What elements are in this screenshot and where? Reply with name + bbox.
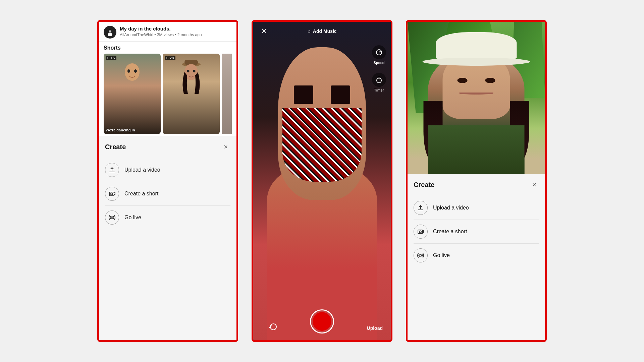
shorts-heading: Shorts: [104, 45, 232, 51]
svg-rect-2: [109, 31, 110, 32]
go-live-label-phone3: Go live: [433, 252, 450, 258]
upload-video-option[interactable]: Upload a video: [105, 158, 230, 182]
camera-bottom-bar: Upload: [253, 309, 391, 334]
short-thumb-1[interactable]: 0:15 We're dancing in: [104, 54, 161, 134]
record-inner-circle: [313, 312, 331, 331]
close-button[interactable]: ×: [221, 142, 230, 152]
camera-background: [253, 22, 391, 340]
upload-video-label: Upload a video: [124, 167, 160, 173]
camera-top-bar: ✕ ♫ Add Music: [253, 22, 391, 39]
upload-icon-circle-phone3: [414, 201, 428, 215]
add-music-button[interactable]: ♫ Add Music: [307, 28, 336, 34]
short2-duration: 0:28: [165, 56, 175, 60]
person-outdoor: [428, 52, 525, 174]
short1-caption: We're dancing in: [106, 128, 159, 132]
phone3-frame: Create × Upload a video Create a short: [406, 20, 547, 342]
short1-duration: 0:15: [106, 56, 116, 60]
svg-point-11: [187, 70, 190, 72]
svg-point-7: [134, 69, 137, 73]
timer-icon-circle: [372, 73, 386, 87]
go-live-option-phone3[interactable]: Go live: [414, 243, 539, 267]
music-icon: ♫: [307, 28, 311, 34]
camera-icon-circle-phone3: [414, 225, 428, 239]
create-sheet-phone3: Create × Upload a video Create a short: [408, 174, 545, 340]
add-music-label: Add Music: [313, 28, 337, 34]
camera-right-controls: Speed Timer: [372, 45, 386, 92]
channel-avatar: [104, 26, 116, 39]
phone1-frame: My day in the clouds. AllAroundTheWhirl …: [97, 20, 238, 342]
speed-label: Speed: [373, 61, 384, 65]
left-eye: [294, 85, 313, 104]
create-short-label: Create a short: [124, 191, 158, 197]
timer-control[interactable]: Timer: [372, 73, 386, 92]
svg-point-6: [127, 69, 130, 73]
camera-icon-circle: [105, 187, 119, 201]
record-button[interactable]: [310, 309, 334, 334]
create-sheet: Create × Upload a video Create a short: [99, 136, 236, 340]
shirt: [428, 125, 525, 174]
upload-camera-button[interactable]: Upload: [367, 325, 383, 331]
live-icon-circle: [105, 210, 119, 225]
create-sheet-header-phone3: Create ×: [414, 180, 539, 189]
create-title-phone3: Create: [414, 181, 434, 189]
create-sheet-header: Create ×: [105, 142, 230, 152]
live-icon-circle-phone3: [414, 248, 428, 262]
create-short-option-phone3[interactable]: Create a short: [414, 220, 539, 243]
outdoor-smile: [460, 93, 493, 95]
create-title: Create: [105, 143, 126, 151]
person-face: [278, 47, 366, 200]
svg-point-14: [111, 193, 113, 195]
person-outdoor-face: [443, 52, 510, 119]
outdoor-background: [408, 22, 545, 174]
video-text-block: My day in the clouds. AllAroundTheWhirl …: [120, 26, 232, 37]
shorts-grid: 0:15 We're dancing in: [104, 54, 232, 134]
outdoor-video: [408, 22, 545, 174]
video-info-section: My day in the clouds. AllAroundTheWhirl …: [99, 22, 236, 42]
timer-label: Timer: [374, 88, 384, 92]
face-mask: [282, 108, 362, 182]
hat-brim: [422, 58, 530, 66]
speed-icon-circle: [372, 45, 386, 59]
go-live-option[interactable]: Go live: [105, 205, 230, 229]
create-short-option[interactable]: Create a short: [105, 182, 230, 205]
video-info-row: My day in the clouds. AllAroundTheWhirl …: [104, 26, 232, 39]
hat-top: [436, 32, 517, 59]
upload-video-label-phone3: Upload a video: [433, 205, 469, 211]
svg-point-20: [420, 255, 422, 256]
camera-close-button[interactable]: ✕: [259, 26, 269, 37]
video-meta: AllAroundTheWhirl • 3M views • 2 months …: [120, 33, 232, 37]
speed-control[interactable]: Speed: [372, 45, 386, 65]
phone2-frame: ✕ ♫ Add Music Speed: [252, 20, 392, 342]
svg-point-1: [108, 33, 112, 36]
svg-rect-3: [110, 31, 112, 32]
short-thumb-2[interactable]: 0:28: [163, 54, 220, 134]
outdoor-right-eye: [485, 78, 495, 83]
flip-camera-button[interactable]: [267, 320, 280, 334]
svg-point-12: [193, 70, 196, 72]
close-button-phone3[interactable]: ×: [530, 180, 539, 189]
svg-point-5: [125, 63, 140, 81]
upload-icon-circle: [105, 163, 119, 177]
go-live-label: Go live: [124, 215, 141, 221]
right-eye: [331, 85, 350, 104]
svg-point-15: [111, 217, 113, 219]
video-title: My day in the clouds.: [120, 26, 232, 32]
upload-video-option-phone3[interactable]: Upload a video: [414, 196, 539, 220]
create-short-label-phone3: Create a short: [433, 229, 467, 235]
svg-point-19: [419, 231, 421, 233]
outdoor-left-eye: [458, 78, 468, 83]
shorts-section: Shorts 0:15 We're dancing in: [99, 42, 236, 136]
short-thumb-3-partial: [222, 54, 232, 134]
